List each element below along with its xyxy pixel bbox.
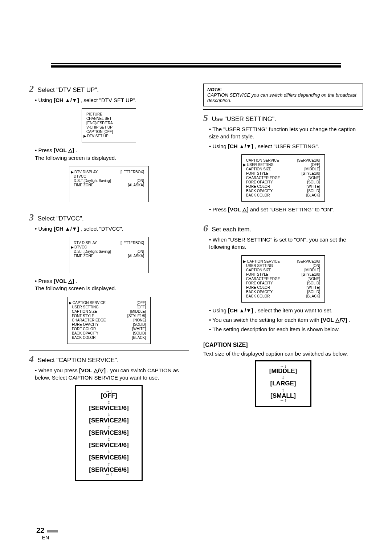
osd-val: [OFF]	[136, 305, 146, 309]
pointer-icon: ▶	[83, 134, 86, 138]
osd-val: [WHITE]	[132, 327, 146, 331]
subsection-heading: [CAPTION SIZE]	[203, 342, 363, 348]
step-title: Use "USER SETTING".	[212, 116, 276, 122]
osd-val: [SERVICE1/6]	[297, 158, 320, 163]
header-rule	[51, 65, 341, 68]
text: and set "USER SETTING" to "ON".	[250, 206, 335, 212]
osd-key: FORE COLOR	[72, 327, 132, 331]
osd-key: FONT STYLE	[246, 272, 302, 277]
osd-val: [STYLE1/8]	[127, 314, 146, 318]
button-ref: [CH ▲/▼]	[54, 97, 79, 103]
updown-arrow-icon: ↕	[76, 412, 142, 417]
osd-menu: CAPTION SERVICE[SERVICE1/6] ▶USER SETTIN…	[241, 154, 325, 202]
pointer-icon: ▶	[71, 245, 74, 250]
osd-val: [SOLID]	[133, 323, 146, 327]
button-ref: [VOL △]	[54, 278, 74, 284]
updown-arrow-icon: ↕	[76, 424, 142, 429]
osd-key: FONT STYLE	[246, 171, 302, 176]
step-heading: 4 Select "CAPTION SERVICE".	[29, 354, 189, 365]
text: .	[76, 278, 77, 284]
osd-val: [NONE]	[134, 318, 146, 323]
text: Using	[38, 97, 54, 103]
flow-item: [SERVICE5/6]	[76, 454, 142, 461]
osd-menu: ▶DTV DISPLAY[LETTERBOX] DTVCC D.S.T.[Day…	[69, 166, 149, 202]
pointer-icon: ▶	[243, 259, 246, 264]
bullet: The "USER SETTING" function lets you cha…	[209, 126, 363, 141]
text: Using	[38, 226, 54, 232]
osd-key: FORE OPACITY	[246, 180, 307, 185]
button-ref: [VOL △]	[228, 206, 249, 212]
bullet: When "USER SETTING" is set to "ON", you …	[209, 236, 363, 251]
flow-item: [SERVICE2/6]	[76, 417, 142, 424]
osd-val: [BLACK]	[132, 336, 146, 340]
flow-diagram: →↓ [MIDDLE] ↕ [LARGE] ↕ [SMALL] ←↑	[255, 360, 311, 407]
step-heading: 2 Select "DTV SET UP".	[29, 84, 189, 94]
button-ref: [CH ▲/▼]	[54, 226, 79, 232]
osd-val: [SERVICE1/6]	[297, 259, 320, 264]
button-ref: [VOL △/▽]	[321, 317, 347, 323]
osd-val: [MIDDLE]	[305, 167, 320, 171]
text: , select the item you want to set.	[255, 307, 332, 313]
step-title: Select "DTVCC".	[37, 215, 83, 222]
updown-arrow-icon: ↕	[256, 375, 310, 380]
osd-val: [BLACK]	[306, 193, 320, 198]
osd-menu: DTV DISPLAY[LETTERBOX] ▶DTVCC D.S.T.[Day…	[69, 237, 149, 273]
step-heading: 6 Set each item.	[203, 223, 363, 234]
updown-arrow-icon: ↕	[76, 449, 142, 454]
step-number: 4	[29, 354, 34, 364]
pointer-icon: ▶	[243, 163, 246, 167]
flow-item: [SERVICE1/6]	[76, 405, 142, 412]
divider	[203, 109, 363, 110]
bullet: Press [VOL △] . The following screen is …	[35, 278, 189, 292]
note-box: NOTE: CAPTION SERVICE you can switch dif…	[203, 84, 363, 106]
flow-return-arrow-icon: ←↑	[256, 400, 310, 401]
footer-bar-icon	[47, 530, 58, 532]
step-title: Select "CAPTION SERVICE".	[37, 357, 118, 364]
step-2: 2 Select "DTV SET UP". Using [CH ▲/▼] , …	[29, 84, 189, 202]
flow-item: [MIDDLE]	[256, 368, 310, 375]
text: You can switch the setting for each item…	[212, 317, 321, 323]
text: Press	[212, 206, 228, 212]
bullet: When you press [VOL △/▽] , you can switc…	[35, 367, 189, 382]
osd-item: CAPTION [OFF]	[86, 130, 131, 134]
osd-key: DTVCC	[74, 245, 144, 250]
osd-key: CHARACTER EDGE	[246, 277, 308, 281]
text: The following screen is displayed.	[35, 285, 116, 291]
osd-val: [BLACK]	[306, 294, 320, 299]
bullet: Press [VOL △] and set "USER SETTING" to …	[209, 206, 363, 213]
osd-key: FORE OPACITY	[246, 281, 307, 285]
osd-val: [ALASKA]	[128, 254, 144, 258]
step-heading: 3 Select "DTVCC".	[29, 212, 189, 223]
osd-key: BACK COLOR	[246, 294, 306, 299]
osd-val: [WHITE]	[306, 185, 320, 189]
osd-key: DTVCC	[74, 174, 144, 179]
osd-key: FORE COLOR	[246, 285, 306, 290]
step-3: 3 Select "DTVCC". Using [CH ▲/▼] , selec…	[29, 212, 189, 344]
osd-menu: ▶CAPTION SERVICE[SERVICE1/6] USER SETTIN…	[241, 255, 325, 303]
flow-return-arrow-icon: ←↑	[76, 474, 142, 475]
osd-val: [ALASKA]	[128, 183, 144, 187]
text: , select "DTVCC".	[81, 226, 123, 232]
osd-key: USER SETTING	[247, 163, 311, 167]
osd-val: [OFF]	[136, 301, 146, 305]
osd-key: BACK COLOR	[72, 336, 132, 340]
updown-arrow-icon: ↕	[76, 400, 142, 405]
osd-val: [LETTERBOX]	[121, 170, 144, 174]
osd-key: DTV DISPLAY	[74, 170, 121, 174]
osd-key: FORE OPACITY	[72, 323, 133, 327]
bullet: Using [CH ▲/▼] , select the item you wan…	[209, 307, 363, 314]
osd-key: BACK COLOR	[246, 193, 306, 198]
left-column: 2 Select "DTV SET UP". Using [CH ▲/▼] , …	[29, 84, 189, 487]
flow-item: [LARGE]	[256, 380, 310, 387]
bullet: Press [VOL △] . The following screen is …	[35, 147, 189, 162]
text: .	[76, 147, 77, 153]
text: , select "DTV SET UP".	[81, 97, 137, 103]
osd-val: [NONE]	[308, 176, 320, 180]
body-text: Text size of the displayed caption can b…	[203, 351, 363, 357]
divider	[203, 220, 363, 220]
osd-val: [WHITE]	[306, 285, 320, 290]
text: Press	[38, 147, 54, 153]
osd-val: [ON]	[136, 250, 144, 254]
osd-val: [SOLID]	[133, 331, 146, 336]
osd-key: CHARACTER EDGE	[246, 176, 308, 180]
